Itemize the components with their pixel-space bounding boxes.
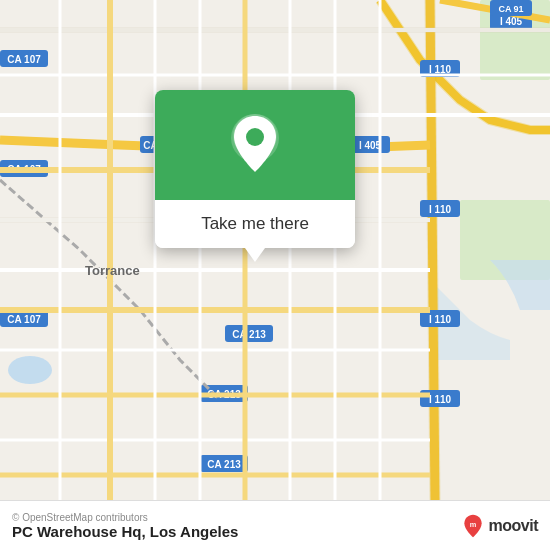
svg-text:I 110: I 110 [429, 204, 452, 215]
svg-point-56 [246, 128, 264, 146]
svg-text:CA 107: CA 107 [7, 54, 41, 65]
popup-card: Take me there [155, 90, 355, 248]
map-svg: I 405 CA 91 I 110 I 110 I 110 I 110 I 40… [0, 0, 550, 500]
osm-attribution: © OpenStreetMap contributors [12, 512, 461, 523]
svg-text:I 405: I 405 [359, 140, 382, 151]
svg-text:CA 91: CA 91 [498, 4, 523, 14]
popup-green-top [155, 90, 355, 200]
svg-text:Torrance: Torrance [85, 263, 140, 278]
moovit-brand-text: moovit [489, 517, 538, 535]
bottom-bar: © OpenStreetMap contributors PC Warehous… [0, 500, 550, 550]
svg-point-53 [8, 356, 52, 384]
svg-text:I 110: I 110 [429, 64, 452, 75]
moovit-logo: m moovit [461, 514, 538, 538]
map-container: I 405 CA 91 I 110 I 110 I 110 I 110 I 40… [0, 0, 550, 500]
bottom-left-info: © OpenStreetMap contributors PC Warehous… [12, 512, 461, 540]
location-name: PC Warehouse Hq, Los Angeles [12, 523, 461, 540]
svg-text:m: m [469, 519, 476, 528]
moovit-pin-icon: m [461, 514, 485, 538]
svg-text:CA 213: CA 213 [207, 459, 241, 470]
take-me-there-button[interactable]: Take me there [155, 200, 355, 248]
svg-text:I 110: I 110 [429, 394, 452, 405]
svg-text:CA 213: CA 213 [232, 329, 266, 340]
svg-text:CA 107: CA 107 [7, 314, 41, 325]
location-pin-icon [229, 114, 281, 176]
svg-text:I 110: I 110 [429, 314, 452, 325]
popup-caret [245, 248, 265, 262]
